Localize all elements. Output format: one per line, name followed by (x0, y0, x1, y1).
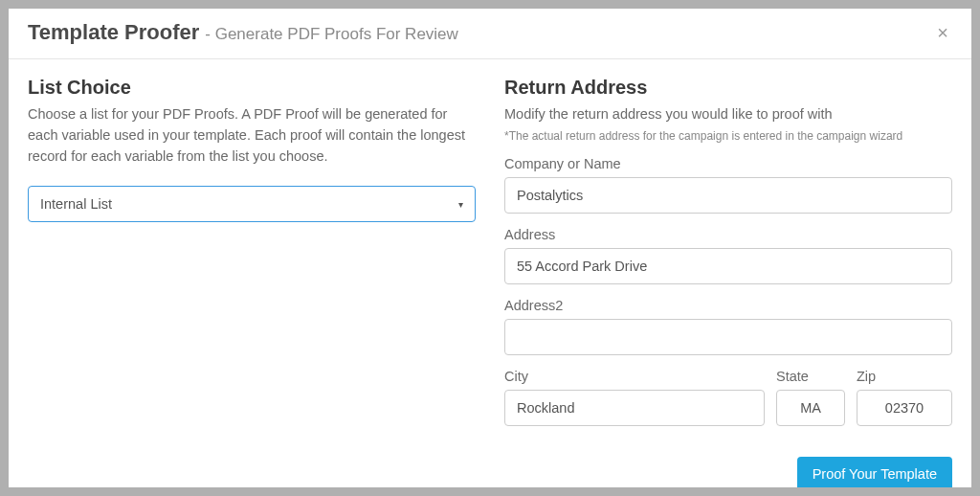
zip-field[interactable] (857, 390, 952, 426)
modal-body[interactable]: List Choice Choose a list for your PDF P… (9, 59, 971, 487)
template-proofer-modal: Template Proofer - Generate PDF Proofs F… (9, 9, 971, 487)
list-choice-section: List Choice Choose a list for your PDF P… (28, 77, 476, 487)
address-group: Address (504, 227, 952, 284)
zip-group: Zip (857, 369, 952, 426)
city-field[interactable] (504, 390, 765, 426)
proof-template-button[interactable]: Proof Your Template (797, 457, 952, 487)
columns: List Choice Choose a list for your PDF P… (28, 77, 952, 487)
city-label: City (504, 369, 765, 384)
actions-row: Proof Your Template (504, 457, 952, 487)
list-choice-description: Choose a list for your PDF Proofs. A PDF… (28, 104, 476, 167)
city-group: City (504, 369, 765, 426)
list-choice-selected: Internal List (40, 196, 458, 212)
address2-field[interactable] (504, 319, 952, 355)
state-label: State (776, 369, 845, 384)
return-address-note: *The actual return address for the campa… (504, 129, 952, 143)
company-field[interactable] (504, 177, 952, 214)
city-state-zip-row: City State Zip (504, 369, 952, 440)
modal-title-wrap: Template Proofer - Generate PDF Proofs F… (28, 20, 458, 45)
chevron-down-icon: ▾ (458, 199, 463, 210)
address-label: Address (504, 227, 952, 242)
company-group: Company or Name (504, 156, 952, 214)
close-icon[interactable]: × (933, 23, 952, 42)
state-group: State (776, 369, 845, 426)
return-address-description: Modify the return address you would like… (504, 104, 952, 125)
address2-label: Address2 (504, 298, 952, 313)
zip-label: Zip (857, 369, 952, 384)
list-choice-title: List Choice (28, 77, 476, 99)
modal-subtitle: - Generate PDF Proofs For Review (205, 25, 458, 44)
return-address-section: Return Address Modify the return address… (504, 77, 952, 487)
state-field[interactable] (776, 390, 845, 426)
address-field[interactable] (504, 248, 952, 284)
company-label: Company or Name (504, 156, 952, 171)
modal-header: Template Proofer - Generate PDF Proofs F… (9, 9, 971, 59)
modal-title: Template Proofer (28, 20, 199, 45)
list-choice-select[interactable]: Internal List ▾ (28, 186, 476, 222)
address2-group: Address2 (504, 298, 952, 355)
return-address-title: Return Address (504, 77, 952, 99)
